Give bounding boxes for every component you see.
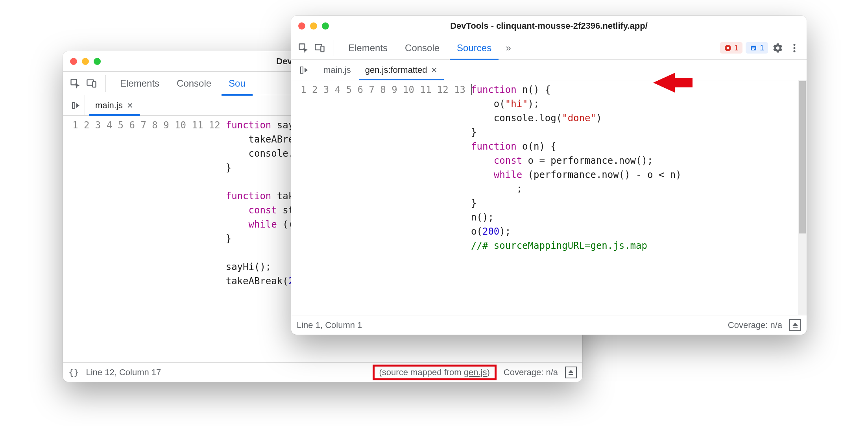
close-tab-icon[interactable]: ✕ bbox=[431, 65, 438, 75]
status-bar: Line 1, Column 1 Coverage: n/a bbox=[291, 315, 807, 335]
svg-point-14 bbox=[793, 50, 795, 52]
zoom-window-button[interactable] bbox=[94, 58, 101, 65]
kebab-menu-icon[interactable] bbox=[788, 41, 801, 55]
file-tab-gen-js-formatted[interactable]: gen.js:formatted ✕ bbox=[359, 60, 444, 80]
file-tab-label: main.js bbox=[323, 65, 351, 75]
info-count-badge[interactable]: 1 bbox=[746, 42, 768, 54]
divider bbox=[105, 75, 106, 92]
panel-tab-console[interactable]: Console bbox=[398, 36, 447, 60]
devtools-window-front: DevTools - clinquant-mousse-2f2396.netli… bbox=[291, 16, 807, 335]
minimize-window-button[interactable] bbox=[82, 58, 89, 65]
status-bar: {} Line 12, Column 17 (source mapped fro… bbox=[63, 362, 582, 382]
code-editor[interactable]: 1 2 3 4 5 6 7 8 9 10 11 12 13 function n… bbox=[291, 80, 807, 315]
svg-rect-9 bbox=[752, 47, 755, 48]
close-window-button[interactable] bbox=[70, 58, 77, 65]
titlebar: DevTools - clinquant-mousse-2f2396.netli… bbox=[291, 16, 807, 36]
coverage-status: Coverage: n/a bbox=[728, 320, 782, 330]
pretty-print-icon[interactable]: {} bbox=[68, 367, 79, 377]
device-mode-icon[interactable] bbox=[313, 41, 327, 55]
file-tab-main-js[interactable]: main.js ✕ bbox=[89, 95, 140, 115]
debugger-pane-icon[interactable] bbox=[295, 60, 313, 80]
panel-tab-sources[interactable]: Sou bbox=[222, 72, 253, 95]
divider bbox=[334, 40, 334, 56]
window-title: DevTools - clinquant-mousse-2f2396.netli… bbox=[291, 21, 807, 31]
error-icon bbox=[724, 44, 732, 52]
close-tab-icon[interactable]: ✕ bbox=[127, 101, 133, 110]
cursor-position: Line 12, Column 17 bbox=[86, 367, 161, 378]
error-count: 1 bbox=[734, 43, 739, 52]
zoom-window-button[interactable] bbox=[322, 22, 329, 30]
coverage-status: Coverage: n/a bbox=[504, 367, 558, 378]
settings-icon[interactable] bbox=[771, 41, 785, 55]
inspect-icon[interactable] bbox=[68, 77, 82, 90]
traffic-lights bbox=[70, 58, 101, 65]
error-count-badge[interactable]: 1 bbox=[720, 42, 742, 54]
devtools-toolbar: Elements Console Sources » 1 1 bbox=[291, 36, 807, 60]
debugger-pane-icon[interactable] bbox=[67, 95, 85, 115]
svg-rect-15 bbox=[301, 67, 303, 73]
traffic-lights bbox=[298, 22, 329, 30]
source-mapped-link[interactable]: gen.js bbox=[464, 367, 487, 377]
expand-panel-icon[interactable] bbox=[789, 319, 801, 331]
more-panels-icon[interactable]: » bbox=[502, 36, 515, 60]
svg-point-12 bbox=[793, 44, 795, 46]
scrollbar[interactable] bbox=[798, 80, 807, 315]
file-tabstrip: main.js gen.js:formatted ✕ bbox=[291, 60, 807, 80]
device-mode-icon[interactable] bbox=[85, 77, 98, 90]
svg-rect-3 bbox=[72, 102, 75, 109]
panel-tab-sources[interactable]: Sources bbox=[450, 36, 499, 60]
svg-rect-10 bbox=[752, 48, 755, 49]
file-tab-label: gen.js:formatted bbox=[365, 65, 427, 75]
line-number-gutter: 1 2 3 4 5 6 7 8 9 10 11 12 13 bbox=[291, 80, 471, 315]
file-tab-label: main.js bbox=[95, 100, 123, 111]
panel-tab-elements[interactable]: Elements bbox=[113, 72, 166, 95]
scrollbar-thumb[interactable] bbox=[799, 81, 806, 233]
svg-rect-11 bbox=[752, 49, 754, 50]
line-number-gutter: 1 2 3 4 5 6 7 8 9 10 11 12 bbox=[63, 116, 226, 362]
svg-rect-6 bbox=[321, 46, 324, 52]
panel-tab-console[interactable]: Console bbox=[170, 72, 218, 95]
svg-rect-2 bbox=[92, 81, 96, 87]
file-tab-main-js[interactable]: main.js bbox=[317, 60, 357, 80]
cursor-position: Line 1, Column 1 bbox=[297, 320, 362, 330]
info-count: 1 bbox=[760, 43, 764, 52]
inspect-icon[interactable] bbox=[297, 41, 310, 55]
expand-panel-icon[interactable] bbox=[565, 367, 577, 378]
svg-point-13 bbox=[793, 47, 795, 49]
source-mapped-indicator: (source mapped from gen.js) bbox=[373, 365, 497, 380]
code-content: function n() { o("hi"); console.log("don… bbox=[471, 80, 681, 315]
info-icon bbox=[750, 44, 757, 52]
panel-tab-elements[interactable]: Elements bbox=[341, 36, 395, 60]
close-window-button[interactable] bbox=[298, 22, 305, 30]
minimize-window-button[interactable] bbox=[310, 22, 317, 30]
